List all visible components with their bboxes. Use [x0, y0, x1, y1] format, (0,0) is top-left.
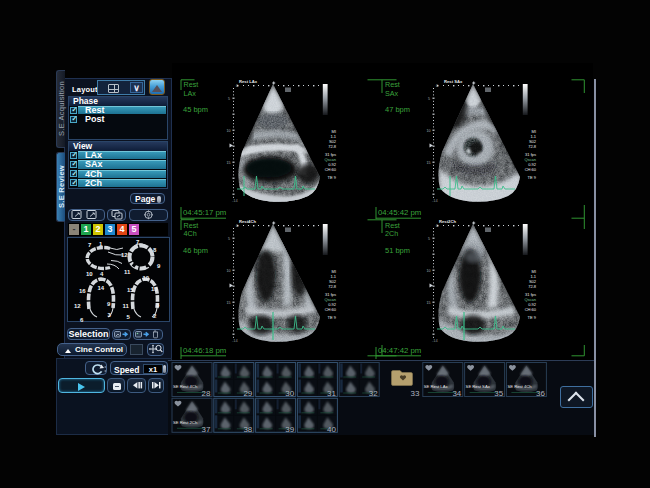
svg-text:SE Rest 4Ch: SE Rest 4Ch — [173, 384, 198, 389]
svg-text:37: 37 — [202, 425, 211, 434]
svg-text:SE Rest SAx: SE Rest SAx — [466, 384, 491, 389]
svg-text:32: 32 — [369, 389, 378, 398]
svg-text:29: 29 — [243, 389, 252, 398]
svg-text:34: 34 — [452, 389, 461, 398]
svg-text:36: 36 — [536, 389, 545, 398]
svg-text:28: 28 — [202, 389, 211, 398]
svg-text:39: 39 — [285, 425, 294, 434]
svg-text:31: 31 — [327, 389, 336, 398]
svg-text:40: 40 — [327, 425, 336, 434]
svg-text:35: 35 — [494, 389, 503, 398]
svg-text:SE Rest 4Ch: SE Rest 4Ch — [507, 384, 532, 389]
svg-text:SE Rest 2Ch: SE Rest 2Ch — [173, 420, 198, 425]
svg-text:38: 38 — [243, 425, 252, 434]
svg-text:SE Rest LAx: SE Rest LAx — [424, 384, 449, 389]
svg-text:30: 30 — [285, 389, 294, 398]
svg-text:33: 33 — [411, 389, 420, 398]
